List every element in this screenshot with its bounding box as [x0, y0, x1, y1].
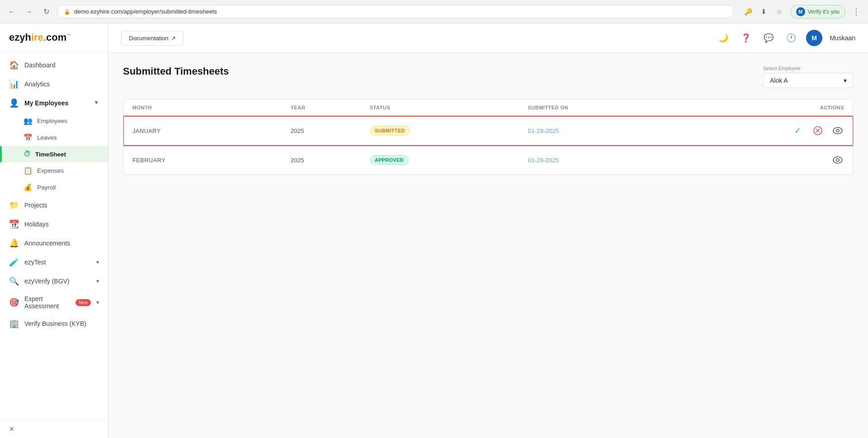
- selector-chevron-icon: ▾: [844, 77, 847, 84]
- timesheet-table: MONTH YEAR STATUS SUBMITTED ON ACTIONS J…: [123, 99, 854, 175]
- col-status: STATUS: [370, 105, 528, 110]
- selected-employee: Alok A: [770, 77, 788, 84]
- cell-status: SUBMITTED: [370, 126, 528, 136]
- bookmark-icon[interactable]: ☆: [773, 5, 786, 18]
- cell-submitted-on: 01-29-2025: [528, 157, 686, 164]
- back-button[interactable]: ←: [5, 5, 18, 18]
- view-button[interactable]: [831, 154, 844, 166]
- sidebar-sub-label: Leaves: [37, 134, 57, 141]
- sidebar-navigation: 🏠 Dashboard 📊 Analytics 👤 My Employees ▲…: [0, 52, 108, 419]
- sidebar-item-payroll[interactable]: 💰 Payroll: [0, 179, 108, 196]
- sidebar-item-announcements[interactable]: 🔔 Announcements: [0, 234, 108, 253]
- user-name[interactable]: Muskaan: [830, 34, 855, 42]
- dashboard-icon: 🏠: [9, 60, 19, 70]
- logo-text: ezyhire.com™: [9, 32, 99, 43]
- analytics-icon: 📊: [9, 79, 19, 89]
- documentation-button[interactable]: Documentation ↗: [121, 31, 184, 46]
- dark-mode-button[interactable]: 🌙: [716, 30, 731, 46]
- cell-month: FEBRUARY: [132, 157, 291, 164]
- sidebar-item-analytics[interactable]: 📊 Analytics: [0, 75, 108, 94]
- sidebar-item-employees[interactable]: 👥 Employees: [0, 113, 108, 129]
- my-employees-icon: 👤: [9, 98, 19, 108]
- employee-selector-value[interactable]: Alok A ▾: [763, 73, 854, 88]
- sidebar-item-my-employees[interactable]: 👤 My Employees ▲: [0, 94, 108, 113]
- reload-button[interactable]: ↻: [40, 5, 52, 18]
- verify-badge[interactable]: M Verify it's you: [790, 5, 845, 19]
- payroll-icon: 💰: [24, 183, 33, 192]
- page-header: Submitted Timesheets Select Employee Alo…: [123, 66, 854, 88]
- sidebar-item-label: Analytics: [24, 80, 50, 88]
- chevron-up-icon: ▲: [94, 100, 99, 106]
- cell-submitted-on: 01-29-2025: [528, 127, 686, 134]
- sidebar-item-label: Expert Assessment: [24, 295, 70, 310]
- browser-menu-button[interactable]: ⋮: [850, 5, 863, 18]
- status-badge-submitted: SUBMITTED: [370, 126, 410, 136]
- sidebar-item-verify-business[interactable]: 🏢 Verify Business (KYB): [0, 314, 108, 333]
- col-month: MONTH: [132, 105, 291, 110]
- sidebar-item-timesheet[interactable]: ⏱ TimeSheet: [0, 146, 108, 162]
- sidebar-item-leaves[interactable]: 📅 Leaves: [0, 129, 108, 146]
- close-icon: ✕: [9, 425, 14, 433]
- page-title: Submitted Timesheets: [123, 66, 229, 77]
- forward-button[interactable]: →: [23, 5, 35, 18]
- sidebar-sub-label: Payroll: [37, 184, 56, 191]
- announcements-icon: 🔔: [9, 238, 19, 248]
- table-row: JANUARY 2025 SUBMITTED 01-29-2025 ✓: [123, 116, 853, 146]
- svg-point-4: [836, 129, 839, 132]
- sidebar-item-ezyverify[interactable]: 🔍 ezyVerify (BGV) ▾: [0, 272, 108, 291]
- sidebar-item-label: ezyVerify (BGV): [24, 278, 70, 285]
- col-submitted-on: SUBMITTED ON: [528, 105, 686, 110]
- eye-icon: [833, 127, 843, 134]
- sidebar-item-projects[interactable]: 📁 Projects: [0, 196, 108, 215]
- sidebar: ezyhire.com™ 🏠 Dashboard 📊 Analytics 👤 M…: [0, 24, 108, 438]
- chevron-down-icon: ▾: [96, 299, 99, 306]
- reject-button[interactable]: [811, 124, 824, 137]
- browser-chrome: ← → ↻ 🔒 demo.ezyhire.com/app/employer/su…: [0, 0, 868, 24]
- chevron-down-icon: ▾: [96, 259, 99, 265]
- sidebar-item-label: Holidays: [24, 221, 49, 228]
- sidebar-sub-label: Employees: [37, 118, 67, 124]
- download-icon[interactable]: ⬇: [758, 5, 770, 18]
- chevron-down-icon: ▾: [96, 278, 99, 284]
- cell-actions: ✓: [686, 124, 844, 137]
- app-container: ezyhire.com™ 🏠 Dashboard 📊 Analytics 👤 M…: [0, 24, 868, 438]
- holidays-icon: 📆: [9, 219, 19, 229]
- employee-selector[interactable]: Select Employee Alok A ▾: [763, 66, 854, 88]
- new-badge: New: [75, 299, 91, 306]
- view-button[interactable]: [831, 124, 844, 137]
- history-button[interactable]: 🕐: [783, 30, 799, 46]
- approve-button[interactable]: ✓: [792, 124, 804, 137]
- sidebar-bottom: ✕: [0, 419, 108, 438]
- expenses-icon: 📋: [24, 166, 33, 175]
- reject-icon: [813, 126, 822, 135]
- lock-icon: 🔒: [64, 9, 71, 15]
- sidebar-logo: ezyhire.com™: [0, 24, 108, 52]
- sidebar-item-expert-assessment[interactable]: 🎯 Expert Assessment New ▾: [0, 291, 108, 314]
- sidebar-item-dashboard[interactable]: 🏠 Dashboard: [0, 56, 108, 75]
- sidebar-item-label: Announcements: [24, 240, 70, 247]
- ezyverify-icon: 🔍: [9, 276, 19, 286]
- help-button[interactable]: ❓: [738, 30, 754, 46]
- password-icon[interactable]: 🔑: [742, 5, 755, 18]
- svg-point-3: [833, 127, 842, 134]
- user-avatar[interactable]: M: [806, 30, 822, 46]
- leaves-icon: 📅: [24, 133, 33, 142]
- sidebar-item-holidays[interactable]: 📆 Holidays: [0, 215, 108, 234]
- col-year: YEAR: [291, 105, 370, 110]
- address-bar[interactable]: 🔒 demo.ezyhire.com/app/employer/submitte…: [57, 5, 734, 18]
- verify-avatar: M: [796, 7, 805, 16]
- verify-business-icon: 🏢: [9, 319, 19, 329]
- sidebar-item-expenses[interactable]: 📋 Expenses: [0, 162, 108, 179]
- close-sidebar-button[interactable]: ✕: [9, 425, 99, 433]
- table-header: MONTH YEAR STATUS SUBMITTED ON ACTIONS: [123, 99, 853, 116]
- col-actions: ACTIONS: [686, 105, 844, 110]
- cell-year: 2025: [291, 157, 370, 164]
- my-employees-submenu: 👥 Employees 📅 Leaves ⏱ TimeSheet 📋 Expen…: [0, 113, 108, 196]
- browser-actions: 🔑 ⬇ ☆: [742, 5, 786, 18]
- cell-actions: [686, 154, 844, 166]
- cell-year: 2025: [291, 127, 370, 134]
- employee-selector-label: Select Employee: [763, 66, 854, 71]
- header-actions: 🌙 ❓ 💬 🕐 M Muskaan: [716, 30, 855, 46]
- sidebar-item-ezytest[interactable]: 🧪 ezyTest ▾: [0, 253, 108, 272]
- messages-button[interactable]: 💬: [761, 30, 776, 46]
